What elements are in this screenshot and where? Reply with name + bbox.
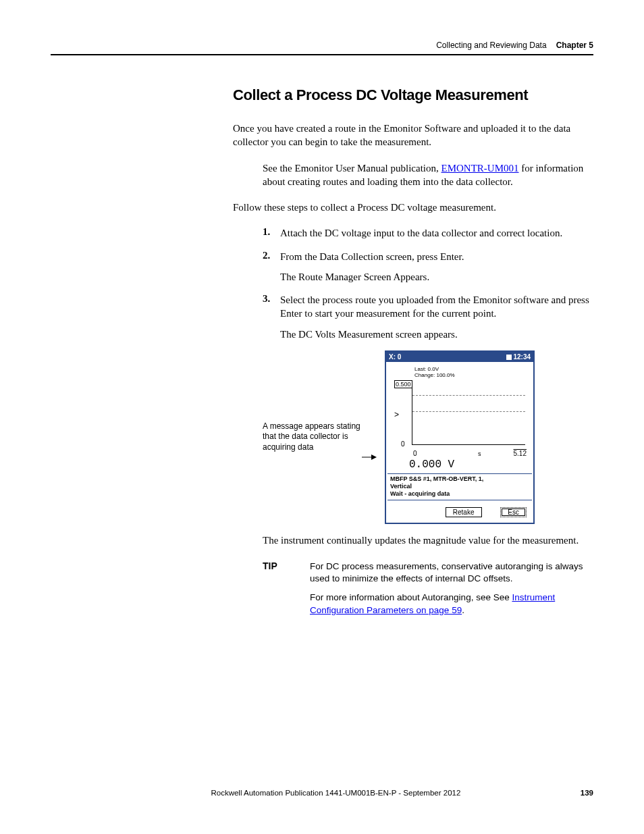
- device-title-right: 12:34: [506, 353, 531, 361]
- device-buttons: Retake Esc: [389, 502, 531, 520]
- page-footer: Rockwell Automation Publication 1441-UM0…: [51, 789, 593, 797]
- device-last: Last: 0.0V: [414, 366, 531, 373]
- step-1: 1. Attach the DC voltage input to the da…: [263, 226, 593, 240]
- plot-gridline: [412, 411, 525, 412]
- retake-button[interactable]: Retake: [446, 507, 482, 517]
- ref-link[interactable]: EMONTR-UM001: [441, 163, 519, 174]
- plot-x-right: 5.12: [514, 450, 527, 457]
- spacer: [393, 507, 427, 517]
- intro-paragraph: Once you have created a route in the Emo…: [233, 122, 593, 149]
- step-2a-text: From the Data Collection screen, press E…: [280, 250, 593, 263]
- device-title-left: X: 0: [389, 353, 401, 361]
- header-rule: [51, 54, 593, 55]
- tip-p2: For more information about Autoranging, …: [310, 592, 593, 616]
- plot-x-mid: s: [478, 450, 481, 457]
- device-meta: Last: 0.0V Change: 100.0%: [414, 366, 531, 379]
- battery-icon: [506, 355, 512, 360]
- reference-paragraph: See the Emonitor User Manual publication…: [263, 161, 593, 189]
- main-content: Collect a Process DC Voltage Measurement…: [233, 86, 593, 623]
- tip-block: TIP For DC process measurements, conserv…: [233, 561, 593, 623]
- step-num: 2.: [263, 250, 270, 261]
- device-status-line3: Wait - acquiring data: [390, 490, 529, 498]
- device-status-line2: Vertical: [390, 483, 529, 490]
- after-figure-paragraph: The instrument continually updates the m…: [263, 533, 593, 547]
- footer-page-number: 139: [581, 789, 593, 797]
- tip-label: TIP: [263, 561, 310, 623]
- device-screenshot: X: 0 12:34 Last: 0.0V Change: 100.0% 0.5…: [385, 350, 535, 524]
- device-status-line1: MBFP S&S #1, MTR-OB-VERT, 1,: [390, 475, 529, 483]
- footer-publication: Rockwell Automation Publication 1441-UM0…: [91, 789, 581, 797]
- device-body: Last: 0.0V Change: 100.0% 0.500 > 0 0 s …: [386, 362, 533, 523]
- step-2b-text: The Route Manager Screen Appears.: [280, 270, 593, 284]
- plot-x-left: 0: [413, 450, 417, 457]
- tip-p1: For DC process measurements, conservativ…: [310, 561, 593, 585]
- page-header: Collecting and Reviewing Data Chapter 5: [51, 41, 593, 50]
- device-plot: 0.500 > 0 0 s 5.12: [392, 382, 528, 449]
- tip-p2-post: .: [462, 605, 464, 615]
- header-section: Collecting and Reviewing Data: [436, 41, 546, 50]
- svg-marker-1: [371, 454, 377, 460]
- esc-button[interactable]: Esc: [500, 507, 527, 517]
- step-3: 3. Select the process route you uploaded…: [263, 293, 593, 341]
- steps-list: 1. Attach the DC voltage input to the da…: [263, 226, 593, 341]
- device-titlebar: X: 0 12:34: [386, 352, 533, 362]
- step-3b-text: The DC Volts Measurement screen appears.: [280, 328, 593, 341]
- plot-gridline: [412, 395, 525, 396]
- plot-y-top: 0.500: [394, 380, 412, 388]
- plot-y-mid: >: [394, 410, 399, 419]
- figure-callout: A message appears stating that the data …: [263, 421, 360, 453]
- divider: [387, 500, 532, 500]
- follow-paragraph: Follow these steps to collect a Process …: [233, 201, 593, 214]
- device-change: Change: 100.0%: [414, 372, 531, 379]
- step-2: 2. From the Data Collection screen, pres…: [263, 250, 593, 284]
- step-num: 3.: [263, 293, 270, 305]
- page-title: Collect a Process DC Voltage Measurement: [233, 86, 593, 104]
- plot-y-bot: 0: [401, 440, 405, 448]
- step-3a-text: Select the process route you uploaded fr…: [280, 293, 593, 321]
- device-reading: 0.000 V: [409, 459, 531, 471]
- header-chapter: Chapter 5: [556, 41, 593, 50]
- step-1-text: Attach the DC voltage input to the data …: [280, 226, 593, 240]
- step-num: 1.: [263, 226, 270, 238]
- divider: [387, 473, 532, 474]
- tip-p2-pre: For more information about Autoranging, …: [310, 592, 512, 602]
- figure-row: A message appears stating that the data …: [233, 350, 593, 524]
- ref-pre: See the Emonitor User Manual publication…: [263, 163, 441, 174]
- tip-body: For DC process measurements, conservativ…: [310, 561, 593, 623]
- device-status: MBFP S&S #1, MTR-OB-VERT, 1, Vertical Wa…: [390, 475, 529, 498]
- arrow-icon: [362, 453, 377, 461]
